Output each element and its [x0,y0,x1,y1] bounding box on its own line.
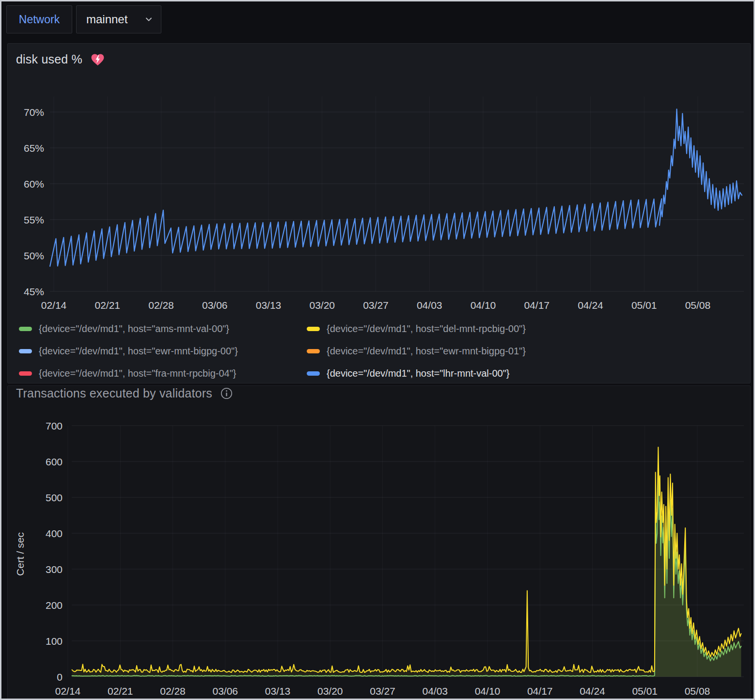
y-tick-label: 200 [46,600,63,611]
legend-item[interactable]: {device="/dev/md1", host="lhr-mnt-val-00… [307,362,526,384]
legend-swatch [307,349,320,353]
x-tick-label: 02/28 [148,300,174,311]
x-tick-label: 03/20 [317,685,343,697]
x-tick-label: 05/08 [685,300,711,311]
x-tick-label: 03/27 [370,685,395,697]
x-tick-label: 03/13 [265,685,291,697]
legend-label: {device="/dev/md1", host="ams-mnt-val-00… [39,323,229,334]
y-axis-labels: 45%50%55%60%65%70% [24,107,44,297]
y-tick-label: 50% [24,250,44,261]
x-tick-label: 02/21 [108,685,133,697]
x-tick-label: 02/28 [160,685,186,697]
legend-item[interactable]: {device="/dev/md1", host="fra-mnt-rpcbig… [19,362,307,384]
legend-label: {device="/dev/md1", host="ewr-mnt-bigpg-… [327,346,526,357]
legend-item[interactable]: {device="/dev/md1", host="ams-mnt-val-00… [19,318,307,340]
legend-label: {device="/dev/md1", host="lhr-mnt-val-00… [327,368,509,379]
legend-swatch [19,371,32,376]
legend-swatch [19,327,32,331]
y-tick-label: 60% [24,178,44,190]
x-tick-label: 02/14 [41,300,67,311]
x-tick-label: 04/03 [417,300,442,311]
x-tick-label: 05/08 [685,685,710,697]
y-tick-label: 700 [46,420,63,431]
legend-label: {device="/dev/md1", host="fra-mnt-rpcbig… [39,368,236,379]
x-tick-label: 04/17 [524,300,550,311]
x-tick-label: 05/01 [632,685,658,697]
legend-item[interactable]: {device="/dev/md1", host="del-mnt-rpcbig… [307,318,526,340]
transactions-chart[interactable]: 010020030040050060070002/1402/2102/2803/… [1,414,755,700]
disk-used-chart[interactable]: 45%50%55%60%65%70%02/1402/2102/2803/0603… [1,40,755,318]
variable-label-network: Network [6,5,72,33]
legend-item[interactable]: {device="/dev/md1", host="ewr-mnt-bigpg-… [307,340,526,362]
y-tick-label: 65% [24,143,44,154]
variable-label-text: Network [19,13,60,26]
x-axis-labels: 02/1402/2102/2803/0603/1303/2003/2704/03… [41,300,711,311]
info-circle-icon[interactable] [220,387,233,400]
panel1-title[interactable]: disk used % [16,52,82,66]
y-axis-title: Cert / sec [15,532,26,576]
y-tick-label: 600 [46,456,63,467]
x-tick-label: 03/13 [256,300,282,311]
y-tick-label: 100 [46,636,63,647]
x-tick-label: 04/10 [471,300,496,311]
broken-heart-alert-icon [90,52,105,66]
y-tick-label: 300 [46,564,63,575]
y-axis-labels: 0100200300400500600700 [46,420,63,683]
x-tick-label: 04/24 [580,685,605,697]
x-tick-label: 03/06 [212,685,238,697]
x-tick-label: 04/03 [422,685,448,697]
legend-label: {device="/dev/md1", host="del-mnt-rpcbig… [327,323,526,334]
x-tick-label: 04/17 [527,685,553,697]
legend-swatch [307,327,320,331]
network-variable-select[interactable]: mainnet [76,5,161,33]
variable-value-text: mainnet [86,13,127,26]
y-tick-label: 70% [24,107,44,118]
series-fill-green [72,477,741,677]
series-line-yellow [72,447,741,672]
series-fill-yellow [72,447,741,677]
legend-label: {device="/dev/md1", host="ewr-mnt-bigpg-… [39,346,238,357]
legend-swatch [307,371,320,376]
y-tick-label: 0 [57,671,63,683]
x-axis-labels: 02/1402/2102/2803/0603/1303/2003/2704/03… [55,685,710,697]
x-tick-label: 03/20 [309,300,335,311]
legend-item[interactable]: {device="/dev/md1", host="ewr-mnt-bigpg-… [19,340,307,362]
x-tick-label: 04/24 [578,300,603,311]
y-tick-label: 45% [24,286,44,297]
x-tick-label: 05/01 [631,300,657,311]
chevron-down-icon [143,14,154,25]
legend-swatch [19,349,32,353]
gridlines [68,426,744,677]
x-tick-label: 03/27 [363,300,389,311]
x-tick-label: 04/10 [475,685,501,697]
chart-legend: {device="/dev/md1", host="ams-mnt-val-00… [19,318,526,384]
x-tick-label: 02/21 [94,300,120,311]
series-line-green [72,477,741,676]
y-tick-label: 500 [46,492,63,503]
y-tick-label: 400 [46,528,63,539]
disk-used-series-line [50,109,742,266]
grafana-dashboard: Network mainnet disk used % 45%50%55%60%… [0,0,755,700]
panel2-title[interactable]: Transactions executed by validators [16,386,212,400]
gridlines [50,96,744,291]
x-tick-label: 03/06 [202,300,228,311]
x-tick-label: 02/14 [55,685,81,697]
y-tick-label: 55% [24,214,44,225]
